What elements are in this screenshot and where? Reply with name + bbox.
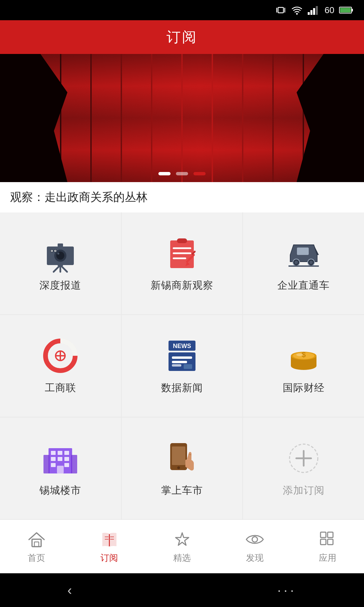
svg-rect-86 [328,532,333,538]
svg-rect-10 [340,8,351,12]
hero-banner[interactable] [0,54,364,182]
svg-rect-27 [177,238,187,243]
svg-rect-68 [43,455,50,473]
grid-item-mobile-auto[interactable]: 掌上车市 [122,417,243,519]
svg-rect-49 [172,361,187,363]
svg-rect-0 [278,7,283,13]
intl-finance-label: 国际财经 [283,381,325,395]
dot-1[interactable] [158,172,171,175]
svg-text:NEWS: NEWS [173,343,191,349]
svg-point-20 [52,250,53,251]
svg-rect-65 [51,463,56,467]
coin-icon: $ [285,337,322,374]
dot-3[interactable] [193,172,206,175]
svg-rect-34 [297,248,309,255]
svg-rect-67 [57,466,64,473]
nav-discover[interactable]: 发现 [218,520,291,573]
svg-rect-7 [316,6,318,15]
banner-pagination [158,172,206,175]
grid-item-deep-report[interactable]: 深度报道 [0,212,121,314]
camera-icon [42,235,79,272]
mobile-hand-icon [163,440,201,477]
battery-level: 60 [325,5,334,16]
dot-2[interactable] [176,172,188,175]
svg-rect-85 [321,532,326,538]
svg-point-38 [309,261,313,264]
svg-rect-50 [184,364,192,369]
grid-item-xishang-view[interactable]: 新锡商新观察 [122,212,243,314]
news-icon: NEWS [163,337,201,374]
home-nav-label: 首页 [28,552,45,564]
svg-rect-4 [308,12,310,15]
app-header: 订阅 [0,20,364,54]
page-title: 订阅 [166,28,198,47]
svg-point-3 [296,13,298,15]
svg-point-14 [57,253,59,255]
deep-report-label: 深度报道 [39,279,81,292]
grid-item-enterprise[interactable]: 企业直通车 [243,212,364,314]
banner-background [0,54,364,182]
svg-point-17 [55,250,56,251]
svg-rect-87 [321,539,326,545]
data-news-label: 数据新闻 [161,381,203,395]
banner-caption: 观察：走出政商关系的丛林 [0,182,364,212]
svg-rect-77 [32,539,41,547]
xi-property-label: 锡城楼市 [39,484,81,497]
xishang-view-label: 新锡商新观察 [151,279,213,292]
svg-rect-25 [58,243,63,247]
svg-point-84 [252,537,257,542]
svg-rect-66 [64,463,69,467]
nav-subscribe[interactable]: 订阅 [73,520,146,573]
subscribe-nav-label: 订阅 [100,552,118,564]
back-button[interactable]: ‹ [67,583,72,598]
svg-rect-26 [170,240,194,268]
train-icon [285,235,322,272]
grid-item-add-sub[interactable]: 添加订阅 [243,417,364,519]
status-bar: 60 [0,0,364,20]
eye-icon [245,529,265,549]
grid-item-data-news[interactable]: NEWS 数据新闻 [122,315,243,417]
apps-nav-label: 应用 [319,552,336,564]
star-icon [172,529,192,549]
grid-item-chamber[interactable]: 工商联 [0,315,121,417]
grid-icon [317,529,338,549]
svg-rect-62 [51,457,56,461]
svg-point-72 [177,466,180,469]
discover-nav-label: 发现 [246,552,264,564]
svg-rect-88 [328,539,333,545]
building-icon [42,440,79,477]
svg-rect-51 [172,364,181,367]
grid-item-xi-property[interactable]: 锡城楼市 [0,417,121,519]
plus-circle-icon [285,440,322,477]
book-icon [99,529,119,549]
add-sub-label: 添加订阅 [283,484,325,497]
nav-apps[interactable]: 应用 [291,520,364,573]
svg-rect-5 [310,10,312,15]
svg-point-13 [56,252,64,260]
system-navigation: ‹ ··· [0,573,364,607]
svg-point-36 [295,261,298,264]
mobile-auto-label: 掌上车市 [161,484,203,497]
svg-rect-78 [34,542,39,547]
content-grid: 深度报道 新锡商新观察 [0,212,364,519]
svg-rect-9 [352,9,353,11]
more-button[interactable]: ··· [277,583,297,598]
nav-featured[interactable]: 精选 [146,520,218,573]
svg-rect-59 [51,451,56,455]
svg-rect-71 [172,446,185,465]
svg-rect-63 [58,457,62,461]
grid-item-intl-finance[interactable]: $ 国际财经 [243,315,364,417]
notepad-icon [163,235,201,272]
svg-point-57 [296,353,303,356]
svg-rect-48 [172,356,192,359]
svg-rect-60 [58,451,62,455]
nav-home[interactable]: 首页 [0,520,73,573]
signal-icons: 60 [275,5,354,16]
home-icon [26,529,47,549]
svg-rect-64 [64,457,69,461]
chamber-label: 工商联 [45,381,76,395]
svg-rect-24 [58,263,63,266]
bottom-navigation: 首页 订阅 精选 [0,519,364,573]
svg-rect-6 [313,8,315,15]
svg-rect-61 [64,451,69,455]
